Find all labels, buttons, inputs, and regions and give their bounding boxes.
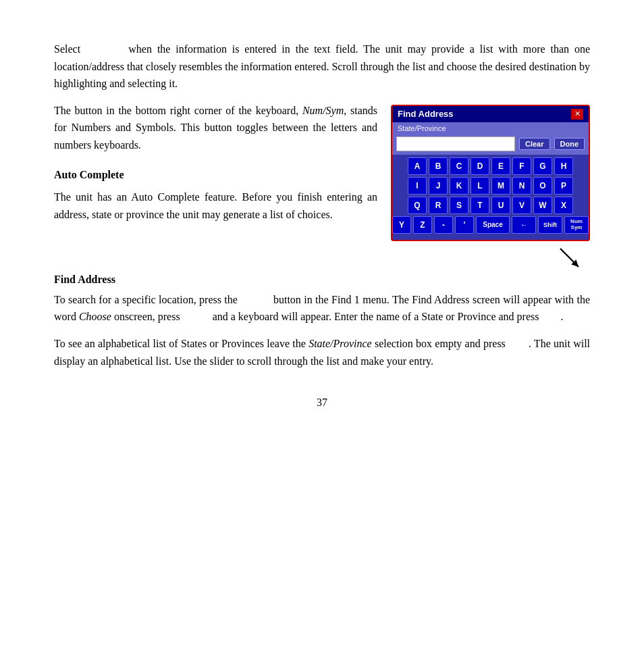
heading-find-address: Find Address	[54, 274, 590, 286]
find-address-widget-container: Find Address ✕ State/Province Clear Done…	[391, 105, 590, 261]
key-E[interactable]: E	[491, 157, 510, 175]
select-label: Select	[54, 43, 123, 55]
keyboard-row-1: A B C D E F G H	[396, 157, 585, 175]
key-P[interactable]: P	[554, 177, 573, 195]
page-number: 37	[54, 397, 590, 409]
key-X[interactable]: X	[554, 197, 573, 214]
key-K[interactable]: K	[450, 177, 468, 195]
key-U[interactable]: U	[491, 197, 510, 214]
key-I[interactable]: I	[408, 177, 427, 195]
paragraph-find-address-2: To see an alphabetical list of States or…	[54, 335, 590, 370]
key-C[interactable]: C	[450, 157, 468, 175]
widget-close-button[interactable]: ✕	[571, 109, 583, 120]
key-J[interactable]: J	[429, 177, 448, 195]
key-B[interactable]: B	[429, 157, 448, 175]
keyboard-row-2: I J K L M N O P	[396, 177, 585, 195]
choose-italic: Choose	[79, 311, 111, 322]
find-address-widget: Find Address ✕ State/Province Clear Done…	[391, 105, 590, 241]
key-dash[interactable]: -	[434, 216, 453, 234]
arrow-annotation	[391, 241, 590, 261]
key-O[interactable]: O	[533, 177, 552, 195]
key-F[interactable]: F	[512, 157, 531, 175]
arrow-icon	[554, 243, 585, 273]
key-numsym[interactable]: NumSym	[564, 216, 589, 234]
paragraph-2: The button in the bottom right corner of…	[54, 102, 377, 154]
key-space[interactable]: Space	[476, 216, 510, 234]
widget-state-input[interactable]	[396, 136, 515, 151]
key-H[interactable]: H	[554, 157, 573, 175]
inline-placeholder-4	[508, 338, 526, 349]
key-G[interactable]: G	[533, 157, 552, 175]
key-Y[interactable]: Y	[392, 216, 411, 234]
paragraph-1: Select when the information is entered i…	[54, 41, 590, 93]
paragraph-find-address-1: To search for a specific location, press…	[54, 291, 590, 326]
key-D[interactable]: D	[471, 157, 489, 175]
widget-done-button[interactable]: Done	[554, 138, 585, 150]
key-apostrophe[interactable]: '	[455, 216, 474, 234]
widget-title-bar: Find Address ✕	[392, 106, 589, 122]
inline-placeholder-3	[541, 311, 558, 322]
key-W[interactable]: W	[533, 197, 552, 214]
key-V[interactable]: V	[512, 197, 531, 214]
key-M[interactable]: M	[491, 177, 510, 195]
state-province-italic: State/Province	[308, 338, 372, 349]
widget-state-label: State/Province	[392, 122, 589, 134]
paragraph-autocomplete: The unit has an Auto Complete feature. B…	[54, 188, 377, 223]
float-section: The button in the bottom right corner of…	[54, 102, 590, 261]
heading-autocomplete: Auto Complete	[54, 166, 377, 184]
page-content: Select when the information is entered i…	[54, 41, 590, 409]
widget-input-row: Clear Done	[392, 134, 589, 155]
key-backspace[interactable]: ←	[512, 216, 536, 234]
widget-clear-button[interactable]: Clear	[519, 138, 550, 150]
widget-title: Find Address	[398, 109, 454, 119]
inline-placeholder-2	[183, 311, 210, 322]
keyboard-row-4: Y Z - ' Space ← Shift NumSym	[396, 216, 585, 234]
key-Z[interactable]: Z	[413, 216, 432, 234]
widget-keyboard: A B C D E F G H I J K L	[392, 155, 589, 240]
key-A[interactable]: A	[408, 157, 427, 175]
key-N[interactable]: N	[512, 177, 531, 195]
inline-placeholder-1	[240, 294, 270, 305]
key-R[interactable]: R	[429, 197, 448, 214]
key-shift[interactable]: Shift	[538, 216, 562, 234]
numsym-italic: Num/Sym	[302, 105, 344, 116]
key-T[interactable]: T	[471, 197, 489, 214]
float-text: The button in the bottom right corner of…	[54, 102, 377, 233]
key-Q[interactable]: Q	[408, 197, 427, 214]
key-S[interactable]: S	[450, 197, 468, 214]
keyboard-row-3: Q R S T U V W X	[396, 197, 585, 214]
key-L[interactable]: L	[471, 177, 489, 195]
